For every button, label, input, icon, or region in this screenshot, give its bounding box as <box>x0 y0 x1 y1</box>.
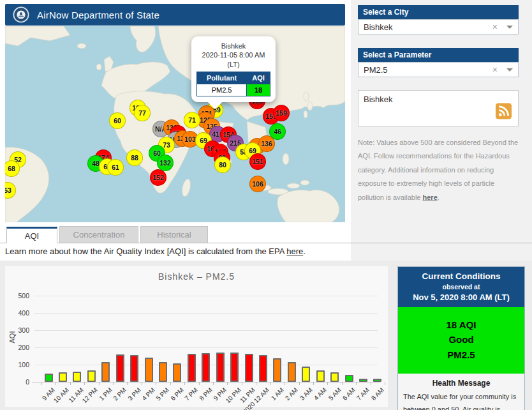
chart-x-tick-label: 6 AM <box>341 386 357 402</box>
chart-x-tick <box>127 382 128 385</box>
epa-here-link[interactable]: here <box>286 247 303 256</box>
chart-bar[interactable] <box>330 372 339 382</box>
parameter-chevron-down-icon[interactable] <box>506 68 513 75</box>
chart-x-tick <box>156 382 156 385</box>
chart-x-tick-label: 3 AM <box>299 386 314 402</box>
conditions-aqi-block: 18 AQI Good PM2.5 <box>398 307 524 374</box>
city-select-value: Bishkek <box>364 22 492 32</box>
aqi-marker[interactable]: 151 <box>249 153 266 170</box>
tab-historical[interactable]: Historical <box>140 226 208 243</box>
tab-aqi[interactable]: AQI <box>6 227 57 243</box>
chart-bar[interactable] <box>273 358 281 382</box>
chart-x-tick-label: 10 AM <box>52 386 70 404</box>
chart-x-tick <box>342 382 343 385</box>
chart-x-tick-label: 2 PM <box>112 386 128 402</box>
chart-x-tick-label: 5 AM <box>327 386 342 402</box>
city-select[interactable]: Bishkek × <box>358 19 519 34</box>
aqi-marker[interactable]: 88 <box>126 149 143 166</box>
chart-y-tick-label: 100 <box>10 361 29 368</box>
chart-bar[interactable] <box>173 363 181 382</box>
aqi-marker[interactable]: 106 <box>249 176 266 192</box>
chart-x-tick <box>284 382 285 385</box>
health-message-text: The AQI value for your community is betw… <box>403 391 519 410</box>
city-clear-icon[interactable]: × <box>492 22 498 32</box>
aqi-marker[interactable]: 71 <box>184 112 200 128</box>
chart-x-tick-label: 12 PM <box>81 386 99 404</box>
chart-x-tick-label: 2 AM <box>284 386 299 402</box>
conditions-pollutant: PM2.5 <box>398 347 524 362</box>
chart-x-tick <box>213 382 214 385</box>
aqi-marker[interactable]: 77 <box>134 105 151 121</box>
chart-bar[interactable] <box>302 367 310 382</box>
chart-bar[interactable] <box>116 354 124 382</box>
rss-icon[interactable] <box>496 103 512 122</box>
chart-bar[interactable] <box>316 370 325 382</box>
chart-x-tick-label: 6 PM <box>169 386 184 402</box>
parameter-clear-icon[interactable]: × <box>492 65 498 75</box>
aqi-bar-chart: Bishkek – PM2.5 AQI 01002003004005009 AM… <box>5 266 388 407</box>
chart-bar[interactable] <box>59 372 67 382</box>
chart-gridline <box>34 296 378 296</box>
right-column-background <box>351 0 532 261</box>
aqi-marker[interactable]: 159 <box>273 105 290 121</box>
chart-gridline <box>34 313 378 314</box>
conditions-datetime: Nov 5, 2020 8:00 AM (LT) <box>401 292 522 302</box>
tab-concentration[interactable]: Concentration <box>59 226 138 243</box>
chart-bar[interactable] <box>259 355 267 382</box>
chart-bar[interactable] <box>373 379 381 382</box>
page-title: AirNow Department of State <box>37 10 159 20</box>
chart-bar[interactable] <box>145 358 153 382</box>
conditions-title: Current Conditions <box>401 271 522 281</box>
aqi-marker[interactable]: 152 <box>150 169 166 186</box>
popup-table: Pollutant AQI PM2.5 18 <box>196 72 270 96</box>
aqi-marker[interactable]: 60 <box>109 112 126 129</box>
health-message-title: Health Message <box>403 379 519 388</box>
chart-bar[interactable] <box>202 353 210 382</box>
chart-x-tick-label: 4 PM <box>140 386 156 402</box>
chart-title: Bishkek – PM2.5 <box>5 271 388 282</box>
city-feed-box[interactable]: Bishkek <box>358 90 519 126</box>
chart-x-tick <box>113 382 114 385</box>
popup-datetime: 2020-11-05 8:00 AM <box>196 50 270 59</box>
note-text: Note: Values above 500 are considered Be… <box>358 139 518 201</box>
chart-bar[interactable] <box>288 362 296 382</box>
popup-city: Bishkek <box>196 42 270 50</box>
app-header: AirNow Department of State <box>5 4 345 26</box>
chart-bar[interactable] <box>101 362 110 382</box>
chart-x-tick <box>327 382 328 385</box>
chart-x-tick <box>99 382 100 385</box>
chart-x-tick-label: 7 PM <box>184 386 199 402</box>
chart-x-tick <box>313 382 314 385</box>
select-city-header: Select a City <box>358 5 519 19</box>
chart-x-tick <box>184 382 185 385</box>
chart-bar[interactable] <box>188 354 196 382</box>
aqi-marker[interactable]: 132 <box>157 155 174 171</box>
city-chevron-down-icon[interactable] <box>506 26 513 32</box>
popup-aqi-value: 18 <box>247 84 270 96</box>
chart-bar[interactable] <box>359 379 367 382</box>
chart-y-tick-label: 500 <box>10 292 29 300</box>
chart-bar[interactable] <box>230 353 239 382</box>
tabbar: AQI Concentration Historical <box>0 226 532 243</box>
chart-bar[interactable] <box>45 374 53 382</box>
chart-x-tick-label: 10 PM <box>224 386 242 404</box>
aqi-marker[interactable]: 80 <box>214 156 231 173</box>
note-here-link[interactable]: here <box>423 194 438 201</box>
chart-bar[interactable] <box>345 375 353 382</box>
chart-bar[interactable] <box>216 353 225 382</box>
popup-col-aqi: AQI <box>247 72 270 84</box>
chart-bar[interactable] <box>73 372 81 382</box>
chart-bar[interactable] <box>130 355 138 382</box>
chart-y-tick-label: 200 <box>10 344 29 351</box>
chart-bar[interactable] <box>87 370 96 382</box>
chart-y-tick-label: 300 <box>10 326 29 334</box>
select-city-label: Select a City <box>363 8 408 17</box>
aqi-marker[interactable]: 61 <box>107 159 124 176</box>
conditions-aqi-value: 18 AQI <box>398 317 524 332</box>
select-parameter-label: Select a Parameter <box>363 50 431 59</box>
chart-bar[interactable] <box>245 354 253 382</box>
chart-bar[interactable] <box>159 362 167 382</box>
parameter-select[interactable]: PM2.5 × <box>358 62 519 77</box>
chart-y-tick-label: 400 <box>10 309 29 317</box>
world-aqi-map[interactable]: 1007760N/A139156N/A137103735268531744868… <box>5 26 345 222</box>
